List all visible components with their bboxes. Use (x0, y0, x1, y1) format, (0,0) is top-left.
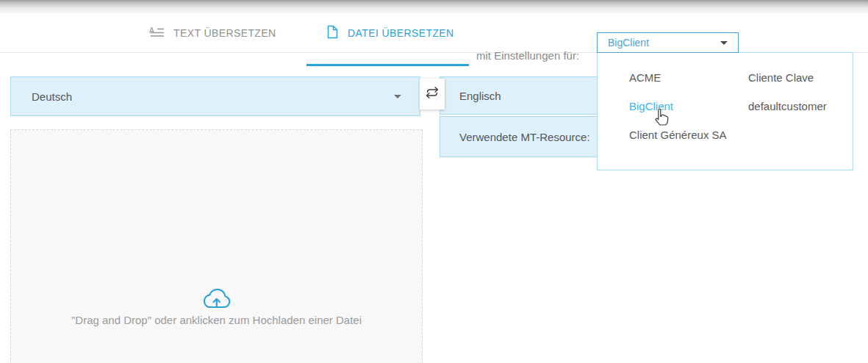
source-language-select[interactable]: Deutsch (10, 76, 420, 116)
active-tab-underline (306, 64, 469, 66)
dropdown-option-client-genereux[interactable]: Client Généreux SA (629, 129, 748, 157)
cloud-upload-icon (201, 289, 232, 314)
dropdown-option-defaultcustomer[interactable]: defaultcustomer (748, 100, 853, 129)
tab-label: TEXT ÜBERSETZEN (173, 27, 276, 39)
client-dropdown-panel: ACME Cliente Clave BigClient defaultcust… (597, 52, 853, 170)
client-select-value: BigClient (608, 37, 720, 48)
svg-text:A: A (149, 26, 154, 35)
tab-text-uebersetzen[interactable]: A TEXT ÜBERSETZEN (149, 13, 276, 53)
tab-label: DATEI ÜBERSETZEN (348, 27, 454, 39)
file-drop-zone[interactable]: "Drag and Drop" oder anklicken zum Hochl… (10, 129, 423, 363)
source-language-value: Deutsch (32, 90, 72, 103)
tab-datei-uebersetzen[interactable]: DATEI ÜBERSETZEN (327, 13, 454, 53)
settings-for-label: mit Einstellungen für: (476, 49, 579, 62)
dropdown-option-cliente-clave[interactable]: Cliente Clave (748, 71, 853, 100)
dropdown-option-bigclient[interactable]: BigClient (629, 100, 748, 129)
text-translate-icon: A (149, 26, 164, 40)
swap-arrows-icon (424, 85, 440, 104)
browser-edge-strip (0, 0, 868, 13)
chevron-down-icon (720, 41, 728, 45)
target-language-value: Englisch (459, 90, 501, 102)
dropdown-option-acme[interactable]: ACME (629, 71, 748, 100)
upload-hint-text: "Drag and Drop" oder anklicken zum Hochl… (11, 314, 422, 326)
mouse-cursor-hand-icon (653, 107, 670, 131)
chevron-down-icon (394, 95, 401, 98)
swap-languages-button[interactable] (420, 79, 445, 109)
client-select[interactable]: BigClient (597, 32, 739, 53)
file-icon (327, 25, 338, 41)
mt-resource-label: Verwendete MT-Resource: (459, 131, 590, 143)
